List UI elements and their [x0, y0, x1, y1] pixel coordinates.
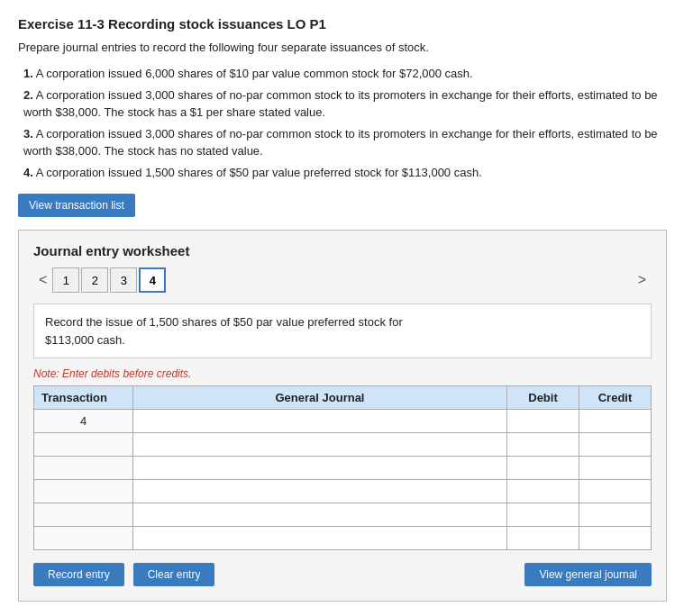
journal-input-3[interactable]	[137, 461, 503, 475]
tab-3[interactable]: 3	[110, 267, 137, 293]
view-general-journal-button[interactable]: View general journal	[524, 563, 652, 586]
journal-cell-3[interactable]	[133, 457, 507, 480]
instructions: Prepare journal entries to record the fo…	[18, 41, 666, 54]
list-item-3: 3. A corporation issued 3,000 shares of …	[23, 125, 666, 160]
credit-cell-4[interactable]	[579, 480, 652, 503]
transaction-cell-5	[34, 503, 133, 527]
journal-input-5[interactable]	[137, 508, 503, 521]
view-transaction-button[interactable]: View transaction list	[18, 194, 135, 217]
numbered-list: 1. A corporation issued 6,000 shares of …	[23, 65, 666, 181]
journal-cell-1[interactable]	[133, 410, 507, 433]
journal-input-6[interactable]	[137, 531, 503, 545]
table-row	[34, 527, 652, 550]
credit-cell-3[interactable]	[579, 457, 652, 480]
transaction-cell-4	[34, 480, 133, 503]
worksheet-title: Journal entry worksheet	[33, 243, 652, 258]
journal-table: Transaction General Journal Debit Credit…	[33, 385, 652, 550]
clear-entry-button[interactable]: Clear entry	[133, 563, 215, 586]
chevron-left-icon[interactable]: <	[33, 270, 52, 290]
tab-4[interactable]: 4	[139, 267, 166, 293]
journal-input-1[interactable]	[137, 414, 503, 428]
debit-input-4[interactable]	[511, 485, 575, 498]
credit-input-3[interactable]	[583, 461, 647, 475]
table-row	[34, 503, 652, 527]
debit-input-3[interactable]	[511, 461, 575, 475]
col-header-transaction: Transaction	[34, 386, 133, 410]
credit-input-1[interactable]	[583, 414, 647, 428]
table-row	[34, 480, 652, 503]
tab-1[interactable]: 1	[52, 267, 79, 293]
table-row: 4	[34, 410, 652, 433]
table-row	[34, 457, 652, 480]
credit-cell-5[interactable]	[579, 503, 652, 527]
description-text: Record the issue of 1,500 shares of $50 …	[45, 315, 403, 347]
col-header-credit: Credit	[579, 386, 652, 410]
list-item-2: 2. A corporation issued 3,000 shares of …	[23, 86, 666, 122]
transaction-cell-2	[34, 433, 133, 457]
credit-cell-2[interactable]	[579, 433, 652, 457]
tab-2[interactable]: 2	[81, 267, 108, 293]
journal-input-2[interactable]	[137, 438, 503, 451]
credit-input-4[interactable]	[583, 485, 647, 498]
debit-input-5[interactable]	[511, 508, 575, 521]
chevron-right-icon[interactable]: >	[633, 270, 652, 290]
tab-navigation: < 1 2 3 4 >	[33, 267, 652, 293]
credit-cell-1[interactable]	[579, 410, 652, 433]
journal-cell-4[interactable]	[133, 480, 507, 503]
worksheet-container: Journal entry worksheet < 1 2 3 4 > Reco…	[18, 230, 667, 602]
table-row	[34, 433, 652, 457]
credit-cell-6[interactable]	[579, 527, 652, 550]
transaction-cell-1: 4	[34, 410, 133, 433]
page-title: Exercise 11-3 Recording stock issuances …	[18, 16, 666, 32]
debit-input-2[interactable]	[511, 438, 575, 451]
transaction-cell-6	[34, 527, 133, 550]
journal-cell-6[interactable]	[133, 527, 507, 550]
debit-input-6[interactable]	[511, 531, 575, 545]
description-box: Record the issue of 1,500 shares of $50 …	[33, 303, 652, 358]
debit-cell-2[interactable]	[507, 433, 579, 457]
debit-cell-4[interactable]	[507, 480, 579, 503]
credit-input-5[interactable]	[583, 508, 647, 521]
list-item-1: 1. A corporation issued 6,000 shares of …	[23, 65, 666, 83]
journal-cell-2[interactable]	[133, 433, 507, 457]
credit-input-6[interactable]	[583, 531, 647, 545]
col-header-debit: Debit	[507, 386, 579, 410]
credit-input-2[interactable]	[583, 438, 647, 451]
journal-input-4[interactable]	[137, 485, 503, 498]
transaction-cell-3	[34, 457, 133, 480]
journal-cell-5[interactable]	[133, 503, 507, 527]
debit-cell-3[interactable]	[507, 457, 579, 480]
record-entry-button[interactable]: Record entry	[33, 563, 124, 586]
debit-input-1[interactable]	[511, 414, 575, 428]
debit-cell-5[interactable]	[507, 503, 579, 527]
col-header-general-journal: General Journal	[133, 386, 507, 410]
action-buttons: Record entry Clear entry View general jo…	[33, 563, 652, 586]
note-text: Note: Enter debits before credits.	[33, 367, 652, 380]
list-item-4: 4. A corporation issued 1,500 shares of …	[23, 164, 666, 182]
debit-cell-1[interactable]	[507, 410, 579, 433]
debit-cell-6[interactable]	[507, 527, 579, 550]
